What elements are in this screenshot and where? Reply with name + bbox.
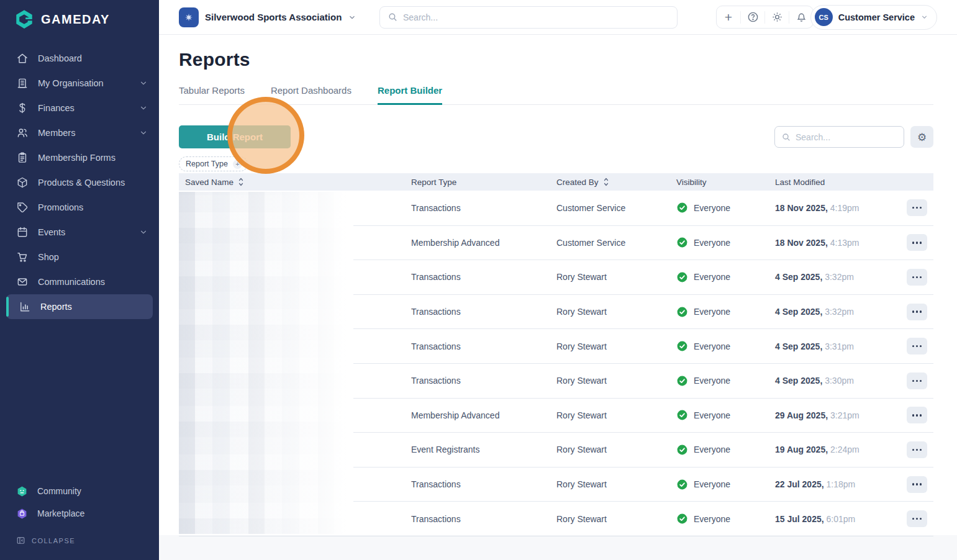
- sidebar-item-reports[interactable]: Reports: [6, 294, 153, 319]
- communications-icon: [16, 276, 29, 288]
- sidebar-item-promotions[interactable]: Promotions: [0, 195, 159, 220]
- visibility-check-icon: [676, 375, 688, 387]
- row-actions-ellipsis-button[interactable]: [907, 304, 927, 320]
- row-actions-ellipsis-button[interactable]: [907, 269, 927, 286]
- finances-icon: [16, 102, 29, 114]
- modified-time: 3:30pm: [825, 376, 854, 386]
- column-header-visibility: Visibility: [676, 178, 775, 187]
- visibility-label: Everyone: [694, 341, 730, 351]
- report-type-filter-chip[interactable]: Report Type +: [179, 156, 248, 171]
- cell-last-modified: 4 Sep 2025, 3:30pm: [775, 376, 887, 386]
- cell-last-modified: 18 Nov 2025, 4:13pm: [775, 238, 887, 248]
- row-actions-ellipsis-button[interactable]: [907, 338, 927, 355]
- visibility-check-icon: [676, 444, 688, 456]
- modified-time: 1:18pm: [827, 479, 856, 489]
- sidebar-item-label: Promotions: [38, 202, 148, 212]
- organisation-icon: [16, 77, 29, 89]
- global-search: [379, 6, 678, 29]
- cell-visibility: Everyone: [676, 306, 775, 318]
- home-icon: [16, 52, 29, 65]
- table-search: [774, 126, 904, 148]
- row-actions-ellipsis-button[interactable]: [907, 234, 927, 251]
- top-header: Silverwood Sports Association + CS Custo…: [159, 0, 957, 35]
- cell-visibility: Everyone: [676, 237, 775, 248]
- visibility-label: Everyone: [694, 479, 730, 489]
- visibility-label: Everyone: [694, 272, 730, 282]
- cell-last-modified: 15 Jul 2025, 6:01pm: [775, 514, 887, 524]
- row-actions-ellipsis-button[interactable]: [907, 441, 927, 458]
- saved-reports-table: Saved NameReport TypeCreated ByVisibilit…: [179, 173, 933, 536]
- sidebar-item-dashboard[interactable]: Dashboard: [0, 46, 159, 71]
- column-header-report-type: Report Type: [411, 178, 556, 187]
- cell-created-by: Rory Stewart: [556, 307, 676, 317]
- notifications-bell-icon[interactable]: [789, 6, 813, 29]
- org-avatar: [179, 7, 199, 27]
- cell-report-type: Membership Advanced: [411, 238, 556, 248]
- theme-icon[interactable]: [765, 6, 789, 29]
- gameday-logo-icon: [14, 9, 35, 30]
- sidebar-item-products-questions[interactable]: Products & Questions: [0, 170, 159, 195]
- chevron-down-icon: [139, 104, 148, 112]
- cell-report-type: Event Registrants: [411, 445, 556, 454]
- sidebar: GAMEDAY Dashboard My Organisation Financ…: [0, 0, 159, 560]
- sidebar-item-my-organisation[interactable]: My Organisation: [0, 71, 159, 96]
- sidebar-item-community[interactable]: Community: [0, 480, 159, 502]
- cell-last-modified: 19 Aug 2025, 2:24pm: [775, 445, 887, 454]
- sidebar-item-finances[interactable]: Finances: [0, 96, 159, 120]
- cell-report-type: Membership Advanced: [411, 410, 556, 420]
- sidebar-item-communications[interactable]: Communications: [0, 269, 159, 294]
- visibility-check-icon: [676, 513, 688, 525]
- visibility-check-icon: [676, 202, 688, 214]
- sidebar-footer: Community Marketplace COLLAPSE: [0, 480, 159, 560]
- row-actions-ellipsis-button[interactable]: [907, 407, 927, 423]
- table-settings-gear-icon[interactable]: ⚙: [910, 126, 933, 148]
- marketplace-icon: [16, 508, 28, 520]
- sidebar-item-label: Community: [37, 486, 81, 496]
- tab-report-dashboards[interactable]: Report Dashboards: [271, 79, 352, 105]
- cell-created-by: Rory Stewart: [556, 514, 676, 524]
- visibility-label: Everyone: [694, 514, 730, 524]
- sidebar-item-label: My Organisation: [38, 78, 130, 88]
- cell-created-by: Rory Stewart: [556, 479, 676, 489]
- column-header-created-by[interactable]: Created By: [556, 177, 676, 187]
- visibility-label: Everyone: [694, 203, 730, 213]
- cell-report-type: Transactions: [411, 514, 556, 524]
- collapse-label: COLLAPSE: [32, 537, 75, 544]
- sidebar-item-label: Marketplace: [37, 508, 84, 518]
- sidebar-nav: Dashboard My Organisation Finances Membe…: [0, 46, 159, 319]
- row-actions-ellipsis-button[interactable]: [907, 373, 927, 389]
- main-content: Reports Tabular ReportsReport Dashboards…: [159, 35, 957, 560]
- sidebar-item-label: Communications: [38, 277, 148, 287]
- membership-forms-icon: [16, 151, 29, 164]
- search-icon: [781, 132, 791, 142]
- add-icon[interactable]: +: [717, 6, 740, 29]
- tab-tabular-reports[interactable]: Tabular Reports: [179, 79, 245, 105]
- sidebar-item-events[interactable]: Events: [0, 220, 159, 245]
- sidebar-item-shop[interactable]: Shop: [0, 245, 159, 269]
- shop-icon: [16, 251, 29, 263]
- tab-report-builder[interactable]: Report Builder: [378, 79, 442, 105]
- user-menu[interactable]: CS Customer Service: [810, 5, 937, 30]
- column-header-saved-name[interactable]: Saved Name: [179, 177, 411, 187]
- row-actions-ellipsis-button[interactable]: [907, 510, 927, 527]
- report-tabs: Tabular ReportsReport DashboardsReport B…: [179, 79, 933, 105]
- sidebar-item-members[interactable]: Members: [0, 120, 159, 145]
- modified-time: 3:32pm: [825, 307, 854, 317]
- help-icon[interactable]: [741, 6, 764, 29]
- sidebar-collapse-button[interactable]: COLLAPSE: [0, 525, 159, 555]
- row-actions-ellipsis-button[interactable]: [907, 476, 927, 493]
- cell-last-modified: 4 Sep 2025, 3:31pm: [775, 341, 887, 351]
- build-report-button[interactable]: Build Report: [179, 125, 291, 148]
- global-search-input[interactable]: [403, 12, 669, 22]
- cell-visibility: Everyone: [676, 340, 775, 352]
- header-actions: +: [716, 6, 814, 29]
- sidebar-item-label: Events: [38, 227, 130, 237]
- org-switcher[interactable]: Silverwood Sports Association: [179, 7, 356, 27]
- sidebar-item-membership-forms[interactable]: Membership Forms: [0, 145, 159, 170]
- events-icon: [16, 226, 29, 238]
- table-search-input[interactable]: [796, 132, 889, 142]
- cell-report-type: Transactions: [411, 341, 556, 351]
- sidebar-item-marketplace[interactable]: Marketplace: [0, 502, 159, 525]
- modified-time: 2:24pm: [830, 445, 859, 454]
- row-actions-ellipsis-button[interactable]: [907, 199, 927, 216]
